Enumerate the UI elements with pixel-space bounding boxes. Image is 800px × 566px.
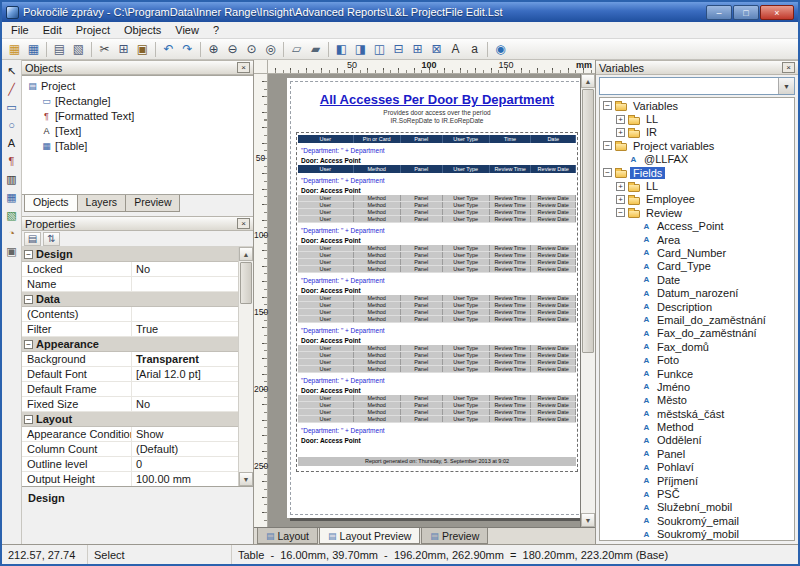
select-tool-icon[interactable]: ↖ [3, 63, 20, 79]
save-icon[interactable]: ▦ [24, 40, 43, 58]
variables-tree-item-ps[interactable]: APSČ [600, 487, 794, 500]
align-left-icon[interactable]: ◧ [332, 40, 351, 58]
property-section-data[interactable]: −Data [22, 292, 238, 307]
font-size-down-icon[interactable]: a [465, 40, 484, 58]
variables-tree-item-area[interactable]: AArea [600, 233, 794, 246]
property-row-output-height[interactable]: Output Height100.00 mm [22, 472, 238, 486]
variables-tree-item-employee[interactable]: +Employee [600, 193, 794, 206]
canvas-scrollbar[interactable]: ▲ ▼ [580, 74, 595, 527]
variables-tree-item-pohlav[interactable]: APohlaví [600, 461, 794, 474]
picture-tool-icon[interactable]: ▧ [3, 207, 20, 223]
variables-tree-item-slu-ebn-mobil[interactable]: ASlužební_mobil [600, 501, 794, 514]
property-section-design[interactable]: −Design [22, 247, 238, 262]
open-file-icon[interactable]: ▦ [5, 40, 24, 58]
property-row-locked[interactable]: LockedNo [22, 262, 238, 277]
redo-icon[interactable]: ↷ [178, 40, 197, 58]
variables-tree-item-ll[interactable]: +LL [600, 112, 794, 125]
property-row-default-font[interactable]: Default Font[Arial 12.0 pt] [22, 367, 238, 382]
variables-tree-item-soukrom-mobil[interactable]: ASoukromý_mobil [600, 528, 794, 541]
line-tool-icon[interactable]: ╱ [3, 81, 20, 97]
collapse-icon[interactable]: − [24, 340, 33, 349]
variables-tree-item-fax-dom[interactable]: AFax_domů [600, 340, 794, 353]
close-icon[interactable]: × [782, 62, 795, 73]
menu-item-edit[interactable]: Edit [36, 23, 69, 37]
property-row-filter[interactable]: FilterTrue [22, 322, 238, 337]
property-row-name[interactable]: Name [22, 277, 238, 292]
variables-tree-item-m-stsk-st[interactable]: Aměstská_část [600, 407, 794, 420]
variables-tree-item-fax-do-zam-stn-n[interactable]: AFax_do_zaměstnání [600, 327, 794, 340]
report-page[interactable]: All Accesses Per Door By Department Prov… [287, 78, 580, 518]
collapse-icon[interactable]: − [616, 208, 625, 217]
tab-layout[interactable]: ▤Layout [257, 528, 318, 544]
expand-icon[interactable]: + [616, 182, 625, 191]
combo-value[interactable] [600, 78, 778, 94]
scroll-down-icon[interactable]: ▼ [239, 472, 253, 486]
zoom-fit-icon[interactable]: ◎ [261, 40, 280, 58]
align-right-icon[interactable]: ◨ [351, 40, 370, 58]
report-table-object[interactable]: UserPin or CardPanelUser TypeTimeDate"De… [296, 132, 578, 472]
close-icon[interactable]: × [237, 218, 250, 229]
variables-tree-item-description[interactable]: ADescription [600, 300, 794, 313]
collapse-icon[interactable]: − [24, 295, 33, 304]
menu-item-project[interactable]: Project [69, 23, 117, 37]
formatted-text-tool-icon[interactable]: ¶ [3, 153, 20, 169]
chart-tool-icon[interactable]: ◔ [3, 225, 20, 241]
variables-filter-combo[interactable]: ▼ [599, 77, 795, 95]
close-icon[interactable]: × [237, 62, 250, 73]
scrollbar-thumb[interactable] [240, 262, 252, 304]
property-row-background[interactable]: BackgroundTransparent [22, 352, 238, 367]
variables-tree-item-access-point[interactable]: AAccess_Point [600, 220, 794, 233]
variables-tree-item-project-variables[interactable]: −Project variables [600, 139, 794, 152]
close-button[interactable]: × [760, 5, 794, 20]
objects-tree-item-project[interactable]: ▤Project [22, 78, 253, 93]
objects-tree-item-text[interactable]: A[Text] [22, 123, 253, 138]
align-center-icon[interactable]: ◫ [370, 40, 389, 58]
copy-icon[interactable]: ⊞ [114, 40, 133, 58]
property-row-contents[interactable]: (Contents) [22, 307, 238, 322]
variables-tree-item-funkce[interactable]: AFunkce [600, 367, 794, 380]
print-icon[interactable]: ▧ [69, 40, 88, 58]
menu-item-help[interactable]: ? [206, 23, 226, 37]
property-row-default-frame[interactable]: Default Frame [22, 382, 238, 397]
collapse-icon[interactable]: − [603, 168, 612, 177]
variables-tree-item-card-type[interactable]: ACard_Type [600, 260, 794, 273]
chevron-down-icon[interactable]: ▼ [778, 78, 794, 94]
expand-icon[interactable]: + [616, 115, 625, 124]
objects-tree-item-formatted-text[interactable]: ¶[Formatted Text] [22, 108, 253, 123]
page-setup-icon[interactable]: ▤ [50, 40, 69, 58]
property-row-fixed-size[interactable]: Fixed SizeNo [22, 397, 238, 412]
info-icon[interactable]: ◉ [491, 40, 510, 58]
property-row-column-count[interactable]: Column Count(Default) [22, 442, 238, 457]
expand-icon[interactable]: + [616, 128, 625, 137]
scrollbar-track[interactable] [581, 88, 595, 513]
ole-object-tool-icon[interactable]: ▣ [3, 243, 20, 259]
property-section-appearance[interactable]: −Appearance [22, 337, 238, 352]
variables-tree-item-date[interactable]: ADate [600, 273, 794, 286]
variables-tree-item-card-number[interactable]: ACard_Number [600, 246, 794, 259]
scroll-down-icon[interactable]: ▼ [581, 513, 595, 527]
variables-tree-item-p-jmen[interactable]: APříjmení [600, 474, 794, 487]
tab-objects[interactable]: Objects [24, 195, 78, 212]
variables-tree-item-jm-no[interactable]: AJméno [600, 380, 794, 393]
variables-tree-item-ll[interactable]: +LL [600, 179, 794, 192]
scrollbar-thumb[interactable] [582, 89, 594, 353]
variables-tree-item-panel[interactable]: APanel [600, 447, 794, 460]
rectangle-tool-icon[interactable]: ▭ [3, 99, 20, 115]
expand-icon[interactable]: + [616, 195, 625, 204]
property-section-layout[interactable]: −Layout [22, 412, 238, 427]
collapse-icon[interactable]: − [603, 141, 612, 150]
align-top-icon[interactable]: ⊟ [389, 40, 408, 58]
zoom-region-icon[interactable]: ⊙ [242, 40, 261, 58]
variables-tree-item-foto[interactable]: AFoto [600, 353, 794, 366]
variables-tree-item-soukrom-email[interactable]: ASoukromý_email [600, 514, 794, 527]
menu-item-file[interactable]: File [4, 23, 36, 37]
cut-icon[interactable]: ✂ [95, 40, 114, 58]
variables-tree-item-ir[interactable]: +IR [600, 126, 794, 139]
variables-tree-item-datum-narozen[interactable]: ADatum_narození [600, 286, 794, 299]
undo-icon[interactable]: ↶ [159, 40, 178, 58]
objects-tree-item-table[interactable]: ▦[Table] [22, 138, 253, 153]
sort-alphabetical-icon[interactable]: ⇅ [43, 232, 60, 246]
barcode-tool-icon[interactable]: ▥ [3, 171, 20, 187]
zoom-in-icon[interactable]: ⊕ [204, 40, 223, 58]
tab-layers[interactable]: Layers [77, 195, 127, 212]
